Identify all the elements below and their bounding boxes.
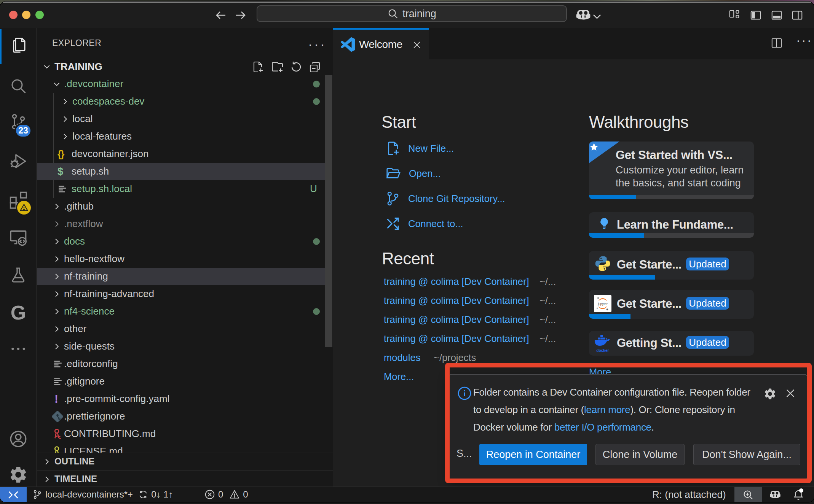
svg-text:docker: docker [597,348,609,353]
svg-text:jupyter: jupyter [597,302,608,306]
